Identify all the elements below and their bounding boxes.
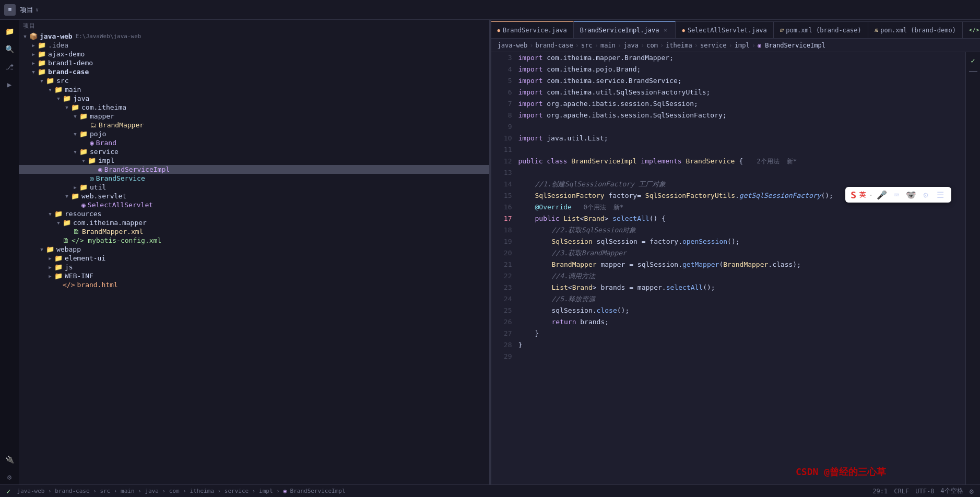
bc-brand-case[interactable]: brand-case: [536, 42, 573, 49]
code-line-24: //5.释放资源: [518, 293, 966, 305]
code-line-26: return brands;: [518, 316, 966, 328]
code-editor: 3 4 5 6 7 8 9 10 11 12 13 14 15 16 17⚡ 1…: [491, 52, 981, 484]
sogou-tools-icon[interactable]: ⚙: [920, 189, 931, 200]
folder-icon: 📁: [38, 68, 46, 76]
tree-item-java[interactable]: ▼ 📁 java: [19, 94, 489, 103]
arrow-icon: ▼: [71, 114, 79, 119]
tree-item-util[interactable]: ▶ 📁 util: [19, 183, 489, 192]
folder-icon: 📁: [79, 183, 88, 191]
sidebar-git-icon[interactable]: ⎇: [2, 60, 17, 74]
project-label: 项目: [20, 5, 33, 15]
ln-5: 5: [495, 75, 512, 87]
folder-icon: 📁: [54, 272, 63, 280]
ln-11: 11: [495, 144, 512, 156]
arrow-icon: ▶: [46, 265, 54, 270]
tree-item-webapp[interactable]: ▼ 📁 webapp: [19, 245, 489, 254]
code-line-12: public class BrandServiceImpl implements…: [518, 156, 966, 167]
ln-15: 15: [495, 190, 512, 202]
bc-src[interactable]: src: [581, 42, 593, 49]
tree-item-pojo[interactable]: ▼ 📁 pojo: [19, 129, 489, 138]
tree-item-com-itheima-mapper[interactable]: ▼ 📁 com.itheima.mapper: [19, 218, 489, 227]
tree-item-ajax-demo[interactable]: ▶ 📁 ajax-demo: [19, 50, 489, 58]
sogou-menu-icon[interactable]: ☰: [935, 189, 946, 200]
sogou-dot: ·: [869, 191, 873, 199]
tab-selectallservlet[interactable]: ● SelectAllServlet.java: [676, 21, 773, 38]
sogou-keyboard-icon[interactable]: ⌨: [891, 189, 902, 200]
folder-icon: 📁: [54, 86, 63, 93]
tree-item-selectallservlet[interactable]: ▶ ◉ SelectAllServlet: [19, 200, 489, 209]
ln-13: 13: [495, 167, 512, 179]
arrow-icon: ▼: [63, 194, 71, 199]
tree-item-brandmapper-xml[interactable]: ▶ 🗎 BrandMapper.xml: [19, 227, 489, 236]
code-line-29: [518, 351, 966, 362]
sidebar: 📁 🔍 ⎇ ▶ 🔌 ⚙ 项目 ▼ 📦 java-web E:\JavaWeb\j…: [0, 20, 489, 484]
tree-item-src[interactable]: ▼ 📁 src: [19, 76, 489, 85]
bc-main[interactable]: main: [600, 42, 616, 49]
sidebar-icon-strip: 📁 🔍 ⎇ ▶ 🔌 ⚙: [0, 20, 19, 484]
tree-item-web-servlet[interactable]: ▼ 📁 web.servlet: [19, 192, 489, 200]
tree-item-brandmapper[interactable]: ▶ 🗂 BrandMapper: [19, 121, 489, 129]
bc-impl[interactable]: impl: [735, 42, 750, 49]
code-line-4: import com.itheima.pojo.Brand;: [518, 64, 966, 75]
tree-item-brandserviceimpl[interactable]: ▶ ◉ BrandServiceImpl: [19, 165, 489, 174]
tree-item-service[interactable]: ▼ 📁 service: [19, 147, 489, 156]
tab-brandservice[interactable]: ● BrandService.java: [491, 21, 574, 38]
ln-20: 20: [495, 247, 512, 259]
tab-brandserviceimpl[interactable]: BrandServiceImpl.java ✕: [574, 21, 676, 38]
sogou-mic-icon[interactable]: 🎤: [876, 189, 888, 200]
tree-item-idea[interactable]: ▶ 📁 .idea: [19, 41, 489, 50]
tree-item-mybatis-config[interactable]: ▶ 🗎 </> mybatis-config.xml: [19, 236, 489, 245]
sogou-toolbar[interactable]: S 英 · 🎤 ⌨ 🐨 ⚙ ☰: [845, 187, 951, 203]
tree-item-js[interactable]: ▶ 📁 js: [19, 263, 489, 271]
interface-file-icon: ◎: [90, 174, 94, 182]
bc-sep-9: ›: [752, 42, 755, 49]
sidebar-settings-icon[interactable]: ⚙: [2, 470, 17, 484]
bc-com[interactable]: com: [646, 42, 658, 49]
ln-23: 23: [495, 282, 512, 293]
arrow-icon: ▼: [71, 132, 79, 137]
tab-brand-demo-mybat[interactable]: </> brand-demo\...\mybat...: [963, 21, 980, 38]
bc-java-web[interactable]: java-web: [498, 42, 528, 49]
bc-service[interactable]: service: [700, 42, 727, 49]
folder-icon: 📁: [79, 112, 88, 120]
tab-pom-brand-case[interactable]: m pom.xml (brand-case): [774, 21, 868, 38]
tab-label-3: SelectAllServlet.java: [688, 27, 767, 34]
tree-item-mapper[interactable]: ▼ 📁 mapper: [19, 112, 489, 121]
tree-item-brand[interactable]: ▶ ◉ Brand: [19, 138, 489, 147]
arrow-icon: ▼: [38, 78, 46, 84]
tree-item-brandservice[interactable]: ▶ ◎ BrandService: [19, 174, 489, 183]
sidebar-search-icon[interactable]: 🔍: [2, 42, 17, 56]
bc-brandserviceimpl[interactable]: ◉ BrandServiceImpl: [758, 42, 825, 49]
tab-label-5: pom.xml (brand-demo): [880, 27, 956, 34]
sogou-en-label[interactable]: 英: [859, 191, 866, 199]
arrow-icon: ▼: [54, 220, 63, 226]
code-line-9: [518, 121, 966, 133]
tab-close-2[interactable]: ✕: [662, 27, 669, 34]
tree-item-com-itheima[interactable]: ▼ 📁 com.itheima: [19, 103, 489, 112]
tree-item-brand1-demo[interactable]: ▶ 📁 brand1-demo: [19, 58, 489, 67]
sidebar-files-icon[interactable]: 📁: [2, 24, 17, 39]
class-file-icon: ◉: [90, 139, 94, 147]
tree-item-java-web[interactable]: ▼ 📦 java-web E:\JavaWeb\java-web: [19, 32, 489, 41]
tab-label-4: pom.xml (brand-case): [786, 27, 861, 34]
project-selector[interactable]: 项目 ∨: [20, 5, 39, 15]
sidebar-plugins-icon[interactable]: 🔌: [2, 452, 17, 467]
tree-item-impl[interactable]: ▼ 📁 impl: [19, 156, 489, 165]
tree-item-brand-case[interactable]: ▼ 📁 brand-case: [19, 67, 489, 76]
tree-item-element-ui[interactable]: ▶ 📁 element-ui: [19, 254, 489, 263]
ln-18: 18: [495, 224, 512, 236]
tab-pom-brand-demo[interactable]: m pom.xml (brand-demo): [868, 21, 963, 38]
bc-itheima[interactable]: itheima: [666, 42, 692, 49]
status-settings-icon[interactable]: ⚙: [970, 487, 974, 495]
tree-item-resources[interactable]: ▼ 📁 resources: [19, 209, 489, 218]
code-line-22: //4.调用方法: [518, 270, 966, 282]
top-bar: ≡ 项目 ∨: [0, 0, 980, 20]
sidebar-debug-icon[interactable]: ▶: [2, 77, 17, 92]
code-line-13: [518, 167, 966, 179]
tree-item-brand-html[interactable]: ▶ </> brand.html: [19, 280, 489, 289]
sogou-bear-icon[interactable]: 🐨: [905, 189, 917, 200]
arrow-icon: ▶: [46, 256, 54, 261]
bc-java[interactable]: java: [623, 42, 639, 49]
tree-item-main[interactable]: ▼ 📁 main: [19, 85, 489, 94]
tree-item-web-inf[interactable]: ▶ 📁 WEB-INF: [19, 271, 489, 280]
